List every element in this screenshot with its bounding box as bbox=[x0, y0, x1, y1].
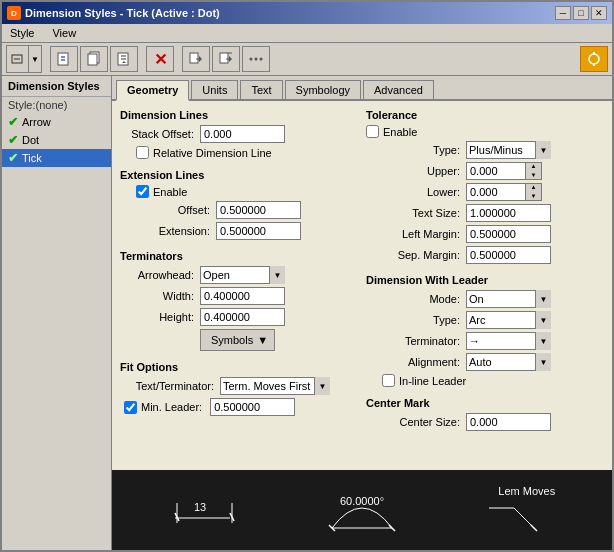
svg-point-19 bbox=[260, 58, 263, 61]
dwl-terminator-wrapper: → ← ▼ bbox=[466, 332, 551, 350]
tab-symbology[interactable]: Symbology bbox=[285, 80, 361, 99]
style-label-tick: Tick bbox=[22, 152, 42, 164]
text-size-input[interactable] bbox=[466, 204, 551, 222]
dwl-type-select[interactable]: Arc Line bbox=[466, 311, 551, 329]
symbols-dropdown-icon: ▼ bbox=[257, 334, 268, 346]
import-button[interactable] bbox=[182, 46, 210, 72]
two-column-layout: Dimension Lines Stack Offset: Relative D… bbox=[120, 109, 604, 441]
minimize-button[interactable]: ─ bbox=[555, 6, 571, 20]
center-size-row: Center Size: bbox=[366, 413, 604, 431]
more-button[interactable] bbox=[242, 46, 270, 72]
tolerance-title: Tolerance bbox=[366, 109, 604, 121]
lower-label: Lower: bbox=[366, 186, 466, 198]
dim-with-leader-title: Dimension With Leader bbox=[366, 274, 604, 286]
preview-item-2: 60.0000° bbox=[312, 483, 412, 538]
title-bar-left: D Dimension Styles - Tick (Active : Dot) bbox=[7, 6, 220, 20]
stack-offset-label: Stack Offset: bbox=[120, 128, 200, 140]
min-leader-input[interactable] bbox=[210, 398, 295, 416]
export-button[interactable] bbox=[212, 46, 240, 72]
tolerance-enable-checkbox[interactable] bbox=[366, 125, 379, 138]
main-window: D Dimension Styles - Tick (Active : Dot)… bbox=[0, 0, 614, 552]
center-size-input[interactable] bbox=[466, 413, 551, 431]
symbols-row: Symbols ▼ bbox=[120, 329, 358, 351]
sep-margin-input[interactable] bbox=[466, 246, 551, 264]
fit-options-title: Fit Options bbox=[120, 361, 358, 373]
dropdown-arrow-button[interactable]: ▼ bbox=[29, 46, 41, 72]
dwl-alignment-wrapper: Auto Left Right ▼ bbox=[466, 353, 551, 371]
copy-button[interactable] bbox=[80, 46, 108, 72]
style-combo-button[interactable] bbox=[7, 46, 29, 72]
dwl-mode-select[interactable]: On Off bbox=[466, 290, 551, 308]
width-input[interactable] bbox=[200, 287, 285, 305]
app-icon: D bbox=[7, 6, 21, 20]
sidebar: Dimension Styles Style:(none) ✔ Arrow ✔ … bbox=[2, 76, 112, 550]
title-bar: D Dimension Styles - Tick (Active : Dot)… bbox=[2, 2, 612, 24]
preview-svg-1: 13 bbox=[165, 483, 245, 538]
dwl-type-label: Type: bbox=[366, 314, 466, 326]
title-controls: ─ □ ✕ bbox=[555, 6, 607, 20]
delete-button[interactable]: ✕ bbox=[146, 46, 174, 72]
check-icon-dot: ✔ bbox=[8, 133, 18, 147]
text-terminator-select[interactable]: Term. Moves First Text Moves First Both … bbox=[220, 377, 330, 395]
lower-spinner[interactable]: ▲ ▼ bbox=[526, 183, 542, 201]
extension-enable-label: Enable bbox=[153, 186, 187, 198]
window-title: Dimension Styles - Tick (Active : Dot) bbox=[25, 7, 220, 19]
stack-offset-row: Stack Offset: bbox=[120, 125, 358, 143]
tolerance-type-select[interactable]: Plus/Minus Limits Single Value bbox=[466, 141, 551, 159]
maximize-button[interactable]: □ bbox=[573, 6, 589, 20]
preview-item-3: Lem Moves First bbox=[479, 483, 559, 538]
tab-text[interactable]: Text bbox=[240, 80, 282, 99]
stack-offset-input[interactable] bbox=[200, 125, 285, 143]
text-terminator-row: Text/Terminator: Term. Moves First Text … bbox=[120, 377, 358, 395]
menu-style[interactable]: Style bbox=[6, 26, 38, 40]
tab-advanced[interactable]: Advanced bbox=[363, 80, 434, 99]
close-button[interactable]: ✕ bbox=[591, 6, 607, 20]
inline-leader-row: In-line Leader bbox=[382, 374, 604, 387]
svg-point-20 bbox=[589, 54, 599, 64]
new-style-button[interactable] bbox=[50, 46, 78, 72]
svg-point-18 bbox=[255, 58, 258, 61]
ext-offset-input[interactable] bbox=[216, 201, 301, 219]
left-margin-input[interactable] bbox=[466, 225, 551, 243]
ext-extension-input[interactable] bbox=[216, 222, 301, 240]
left-margin-label: Left Margin: bbox=[366, 228, 466, 240]
upper-input-group: ▲ ▼ bbox=[466, 162, 542, 180]
sep-margin-row: Sep. Margin: bbox=[366, 246, 604, 264]
tab-geometry[interactable]: Geometry bbox=[116, 80, 189, 101]
ext-extension-label: Extension: bbox=[136, 225, 216, 237]
symbols-button[interactable]: Symbols ▼ bbox=[200, 329, 275, 351]
style-item-dot[interactable]: ✔ Dot bbox=[2, 131, 111, 149]
height-input[interactable] bbox=[200, 308, 285, 326]
style-item-tick[interactable]: ✔ Tick bbox=[2, 149, 111, 167]
extension-enable-checkbox[interactable] bbox=[136, 185, 149, 198]
text-terminator-select-wrapper: Term. Moves First Text Moves First Both … bbox=[220, 377, 330, 395]
arrowhead-select[interactable]: Open Closed Filled Dot bbox=[200, 266, 285, 284]
dwl-alignment-select[interactable]: Auto Left Right bbox=[466, 353, 551, 371]
extension-lines-title: Extension Lines bbox=[120, 169, 358, 181]
upper-input[interactable] bbox=[466, 162, 526, 180]
style-label-dot: Dot bbox=[22, 134, 39, 146]
tab-units[interactable]: Units bbox=[191, 80, 238, 99]
inline-leader-checkbox[interactable] bbox=[382, 374, 395, 387]
extension-lines-content: Enable Offset: Extension: bbox=[136, 185, 358, 240]
upper-spinner[interactable]: ▲ ▼ bbox=[526, 162, 542, 180]
relative-dim-checkbox[interactable] bbox=[136, 146, 149, 159]
svg-marker-15 bbox=[229, 56, 232, 62]
ext-offset-row: Offset: bbox=[136, 201, 358, 219]
upper-row: Upper: ▲ ▼ bbox=[366, 162, 604, 180]
tolerance-enable-label: Enable bbox=[383, 126, 417, 138]
settings-button[interactable] bbox=[580, 46, 608, 72]
terminators-title: Terminators bbox=[120, 250, 358, 262]
inline-leader-label: In-line Leader bbox=[399, 375, 466, 387]
main-area: Dimension Styles Style:(none) ✔ Arrow ✔ … bbox=[2, 76, 612, 550]
dwl-terminator-select[interactable]: → ← bbox=[466, 332, 551, 350]
preview-svg-3: Lem Moves First bbox=[479, 483, 559, 538]
style-item-arrow[interactable]: ✔ Arrow bbox=[2, 113, 111, 131]
rename-button[interactable] bbox=[110, 46, 138, 72]
min-leader-checkbox[interactable] bbox=[124, 401, 137, 414]
text-terminator-label: Text/Terminator: bbox=[120, 380, 220, 392]
dimension-lines-title: Dimension Lines bbox=[120, 109, 358, 121]
menu-view[interactable]: View bbox=[48, 26, 80, 40]
symbols-wrapper: Symbols ▼ bbox=[200, 329, 275, 351]
lower-input[interactable] bbox=[466, 183, 526, 201]
